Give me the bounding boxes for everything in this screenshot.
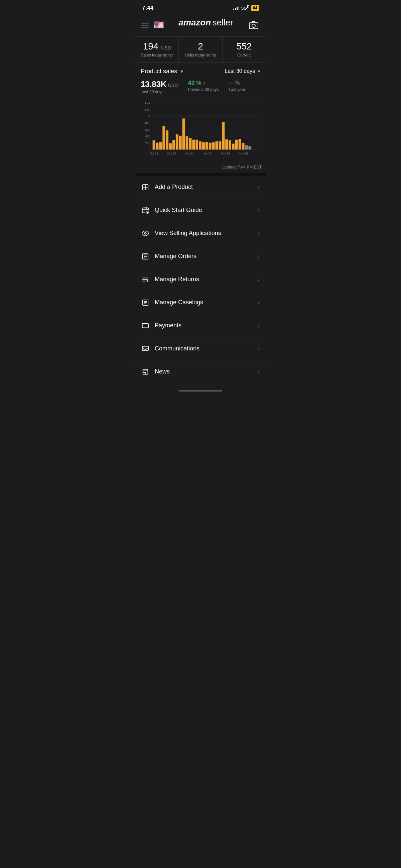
menu-item-communications[interactable]: Communications › (135, 337, 266, 361)
menu-label-manage-caselogs: Manage Caselogs (155, 299, 203, 306)
manage-orders-icon (141, 252, 149, 260)
compare-stat: 43 % ↑ Previous 30 days (188, 80, 219, 92)
svg-rect-39 (222, 122, 225, 150)
status-time: 7:44 (142, 5, 154, 11)
chevron-right-icon: › (258, 253, 260, 260)
svg-rect-31 (196, 140, 198, 150)
menu-label-quick-start: Quick Start Guide (155, 207, 202, 214)
stats-comparison-row: 13.83K USD Last 30 days 43 % ↑ Previous … (141, 80, 260, 94)
main-sales-stat: 13.83K USD Last 30 days (141, 80, 178, 94)
sales-dropdown-icon: ▾ (180, 68, 183, 74)
status-bar: 7:44 5GE 64 (135, 0, 266, 14)
svg-rect-27 (182, 118, 185, 150)
stat-sales-value: 194 (143, 41, 159, 52)
signal-icon (233, 6, 239, 10)
communications-icon (141, 345, 149, 353)
stat-units-value: 2 (182, 41, 219, 52)
chevron-right-icon: › (258, 184, 260, 191)
svg-text:400: 400 (145, 135, 151, 138)
svg-rect-38 (219, 141, 221, 150)
menu-label-add-product: Add a Product (155, 184, 193, 191)
svg-text:1k: 1k (147, 115, 151, 118)
svg-text:800: 800 (145, 121, 151, 125)
home-indicator (179, 390, 222, 392)
svg-text:0: 0 (149, 148, 151, 151)
menu-label-manage-orders: Manage Orders (155, 253, 197, 260)
stat-units-label: Units today so far (182, 53, 219, 58)
svg-rect-44 (239, 139, 241, 150)
menu-label-payments: Payments (155, 322, 181, 329)
menu-item-add-product[interactable]: Add a Product › (135, 176, 266, 199)
quick-start-icon (141, 206, 149, 214)
period-dropdown[interactable]: Last 30 days ▾ (225, 68, 260, 74)
menu-item-manage-returns[interactable]: Manage Returns › (135, 268, 266, 291)
svg-rect-43 (235, 140, 238, 150)
svg-rect-59 (142, 323, 148, 328)
svg-rect-26 (179, 136, 182, 150)
svg-rect-28 (186, 136, 188, 150)
product-sales-dropdown[interactable]: Product sales ▾ (141, 68, 183, 75)
status-right: 5GE 64 (233, 5, 259, 11)
svg-rect-0 (249, 23, 258, 29)
chart-updated: Updated 7:44 PM EST (139, 163, 262, 174)
svg-rect-37 (215, 141, 218, 150)
period-label: Last 30 days (225, 68, 255, 74)
news-icon (141, 368, 149, 376)
svg-rect-36 (212, 142, 215, 150)
menu-item-news[interactable]: News › (135, 361, 266, 383)
svg-rect-46 (245, 145, 248, 150)
main-sales-unit: USD (168, 83, 178, 88)
svg-rect-34 (205, 142, 208, 150)
stat-sales-unit: USD (161, 45, 171, 51)
compare-pct: % (196, 80, 201, 86)
header-left: 🇺🇸 (141, 20, 164, 30)
svg-text:Oct 26: Oct 26 (167, 152, 176, 155)
svg-rect-25 (176, 134, 178, 150)
menu-item-manage-orders[interactable]: Manage Orders › (135, 245, 266, 268)
stat-units-today[interactable]: 2 Units today so far (179, 37, 222, 62)
stat-current[interactable]: 552 Current (223, 37, 266, 62)
menu-label-communications: Communications (155, 345, 200, 352)
svg-text:600: 600 (145, 128, 151, 131)
menu-item-payments[interactable]: Payments › (135, 314, 266, 337)
chevron-right-icon: › (258, 230, 260, 237)
payments-icon (141, 322, 149, 330)
stat-current-value: 552 (236, 41, 252, 52)
camera-button[interactable] (247, 19, 260, 31)
stat-sales-today[interactable]: 194 USD Sales today so far (135, 37, 179, 62)
svg-rect-32 (199, 141, 201, 150)
svg-text:Nov 15: Nov 15 (239, 152, 248, 155)
battery-icon: 64 (251, 5, 259, 11)
svg-rect-23 (169, 143, 172, 150)
menu-item-quick-start[interactable]: Quick Start Guide › (135, 199, 266, 222)
menu-button[interactable] (141, 23, 149, 27)
svg-rect-24 (172, 140, 175, 150)
menu-item-manage-caselogs[interactable]: Manage Caselogs › (135, 291, 266, 314)
chevron-right-icon: › (258, 368, 260, 375)
compare-label: Previous 30 days (188, 87, 219, 92)
svg-text:Nov 10: Nov 10 (221, 152, 230, 155)
compare-value: 43 (188, 80, 195, 86)
menu-item-view-selling[interactable]: View Selling Applications › (135, 222, 266, 245)
view-selling-icon (141, 229, 149, 238)
chevron-right-icon: › (258, 322, 260, 329)
network-label: 5GE (241, 5, 249, 11)
add-product-icon (141, 183, 149, 191)
svg-rect-40 (225, 140, 228, 150)
svg-rect-20 (159, 142, 162, 150)
main-sales-label: Last 30 days (141, 90, 178, 94)
svg-text:Nov 5: Nov 5 (203, 152, 211, 155)
year-label: Last year (229, 87, 245, 92)
flag-icon: 🇺🇸 (154, 20, 164, 30)
year-stat: -- % Last year (229, 80, 245, 92)
stat-sales-label: Sales today so far (139, 53, 175, 58)
stat-current-label: Current (226, 53, 262, 58)
svg-text:1.2k: 1.2k (145, 108, 151, 111)
menu-label-view-selling: View Selling Applications (155, 230, 221, 237)
logo-arrow: ⌒ (164, 26, 247, 32)
stats-bar: 194 USD Sales today so far 2 Units today… (135, 36, 266, 63)
svg-text:1.4k: 1.4k (145, 102, 151, 105)
svg-text:200: 200 (145, 141, 151, 145)
sales-chart[interactable]: 0 200 400 600 800 1k 1.2k 1.4k (139, 100, 262, 173)
svg-rect-18 (153, 140, 156, 150)
